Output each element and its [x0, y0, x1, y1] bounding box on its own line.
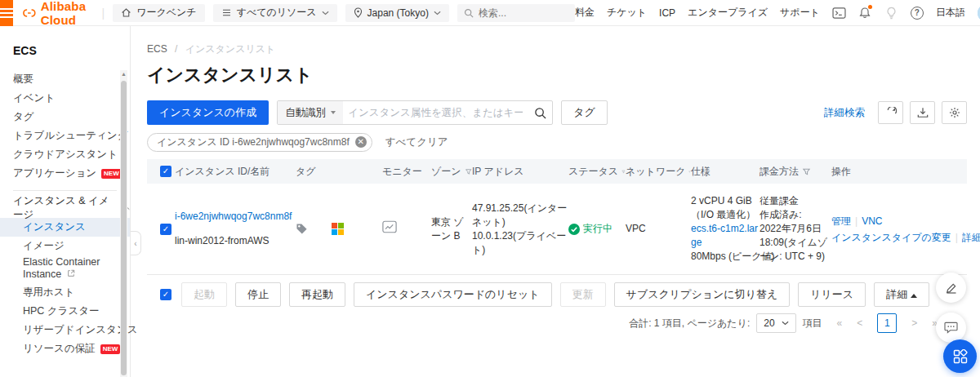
change-instance-type-link[interactable]: インスタンスタイプの変更 [831, 232, 951, 243]
sidebar-item-dedicated-hosts[interactable]: 専用ホスト [0, 283, 130, 302]
sidebar-section-instances-images[interactable]: インスタンス & イメージ [0, 198, 130, 218]
col-header-zone[interactable]: ゾーン [431, 165, 472, 179]
col-header-tag[interactable]: タグ [296, 165, 382, 179]
footer-select-checkbox[interactable] [160, 289, 172, 300]
nav-link-support[interactable]: サポート [780, 6, 820, 20]
col-header-id[interactable]: インスタンス ID/名前 [175, 165, 296, 179]
instance-id-link[interactable]: i-6we2njwhwqog7wc8nm8f [175, 210, 296, 224]
lightbulb-icon[interactable] [884, 6, 898, 20]
workbench-button[interactable]: ワークベンチ [113, 4, 204, 22]
current-page-button[interactable]: 1 [877, 313, 897, 333]
tag-icon[interactable] [296, 223, 308, 235]
sidebar-collapse-handle[interactable]: ‹ [131, 231, 141, 255]
sidebar-item-elastic-container-instance[interactable]: Elastic Container Instance [0, 255, 114, 283]
start-button: 起動 [181, 282, 227, 307]
region-selector[interactable]: Japan (Tokyo) [345, 4, 449, 22]
spec-type-link[interactable]: ecs.t6-c1m2.large [691, 222, 760, 250]
pagination: 合計: 1 項目, ページあたり: 20 項目 « < 1 > » [147, 313, 967, 333]
renew-button: 更新 [560, 282, 606, 307]
col-header-spec[interactable]: 仕様 [691, 165, 760, 179]
hamburger-menu-icon[interactable] [0, 0, 13, 26]
nav-link-enterprise[interactable]: エンタープライズ [688, 6, 768, 20]
sidebar-item-events[interactable]: イベント [0, 89, 130, 108]
feedback-pencil-button[interactable] [936, 273, 966, 303]
create-instance-button[interactable]: インスタンスの作成 [147, 100, 269, 125]
sidebar-item-troubleshooting[interactable]: トラブルシューティング [0, 126, 130, 145]
refresh-button[interactable] [878, 101, 903, 124]
col-header-billing[interactable]: 課金方法 [760, 165, 831, 179]
col-header-status[interactable]: ステータス [568, 165, 626, 179]
more-button[interactable]: 詳細 [874, 282, 929, 307]
vnc-link[interactable]: VNC [862, 215, 882, 227]
apps-launcher-button[interactable] [943, 339, 977, 373]
language-selector[interactable]: 日本語 [936, 6, 965, 20]
toolbar: インスタンスの作成 自動識別 タグ 詳細検索 [147, 100, 967, 125]
instance-search-input[interactable] [343, 107, 528, 118]
workbench-label: ワークベンチ [136, 6, 196, 20]
sidebar-scrollbar[interactable]: ▲ [120, 70, 127, 377]
scrollbar-thumb[interactable] [121, 81, 127, 375]
settings-button[interactable] [942, 101, 967, 124]
stop-button[interactable]: 停止 [235, 282, 281, 307]
sidebar-item-hpc-clusters[interactable]: HPC クラスター [0, 302, 130, 321]
tag-filter-button[interactable]: タグ [561, 100, 608, 125]
sidebar-item-reserved-instances[interactable]: リザーブドインスタンス [0, 321, 130, 339]
col-header-ip[interactable]: IP アドレス [472, 165, 568, 179]
all-resources-dropdown[interactable]: すべてのリソース [213, 4, 337, 22]
release-button[interactable]: リリース [798, 282, 866, 307]
speech-bubble-icon [944, 322, 958, 334]
instance-row: i-6we2njwhwqog7wc8nm8f lin-win2012-fromA… [147, 184, 967, 275]
monitor-chart-icon[interactable] [382, 220, 397, 233]
export-button[interactable] [910, 101, 935, 124]
col-header-monitor[interactable]: モニター [382, 165, 431, 179]
col-header-network[interactable]: ネットワーク [626, 165, 691, 179]
sidebar-item-overview[interactable]: 概要 [0, 70, 130, 89]
row-checkbox[interactable] [160, 224, 172, 235]
next-page-button[interactable]: > [911, 317, 917, 329]
sidebar-item-cloud-assistant[interactable]: クラウドアシスタント [0, 145, 130, 164]
remove-filter-icon[interactable]: ✕ [355, 136, 367, 148]
sidebar-item-images[interactable]: イメージ [0, 237, 130, 255]
advanced-search-link[interactable]: 詳細検索 [824, 106, 865, 120]
network-cell: VPC [626, 222, 691, 236]
global-search[interactable] [457, 4, 575, 22]
page-size-select[interactable]: 20 [756, 313, 795, 333]
alibaba-cloud-logo[interactable]: Alibaba Cloud [23, 0, 94, 27]
sidebar-item-tags[interactable]: タグ [0, 108, 130, 126]
search-icon [534, 107, 546, 119]
alibaba-cloud-logo-icon [23, 7, 36, 20]
nav-link-tickets[interactable]: チケット [607, 6, 647, 20]
monitor-cell [382, 220, 431, 237]
sidebar-divider [13, 190, 117, 191]
prev-page-button[interactable]: < [857, 317, 862, 329]
public-ip: 47.91.25.25(インターネット) [472, 202, 568, 229]
running-status-icon [568, 224, 580, 235]
filter-funnel-icon[interactable] [802, 167, 811, 176]
global-search-input[interactable] [479, 7, 568, 19]
sidebar-item-applications[interactable]: アプリケーション NEW [0, 164, 130, 183]
page-size-unit-label: 項目 [803, 317, 822, 330]
more-actions-link[interactable]: 詳細 [962, 232, 980, 243]
search-submit-button[interactable] [528, 101, 552, 124]
nav-link-pricing[interactable]: 料金 [575, 6, 595, 20]
reset-password-button[interactable]: インスタンスパスワードのリセット [354, 282, 552, 307]
scrollbar-up-arrow-icon[interactable]: ▲ [120, 71, 127, 77]
console-terminal-icon[interactable] [832, 6, 846, 20]
breadcrumb-root[interactable]: ECS [147, 43, 167, 55]
help-icon[interactable]: ? [911, 7, 924, 20]
restart-button[interactable]: 再起動 [289, 282, 345, 307]
manage-link[interactable]: 管理 [831, 215, 851, 227]
tag-os-cell [296, 223, 382, 235]
first-page-button[interactable]: « [837, 317, 843, 329]
nav-link-icp[interactable]: ICP [659, 7, 675, 19]
filter-funnel-icon[interactable] [465, 167, 472, 176]
sidebar-item-resource-assurance[interactable]: リソースの保証 NEW [0, 339, 130, 358]
sidebar-title: ECS [0, 44, 130, 57]
chat-support-button[interactable] [936, 313, 966, 343]
clear-all-filters-link[interactable]: すべてクリア [385, 135, 448, 149]
windows-os-icon [332, 223, 344, 235]
notifications-bell-icon[interactable] [858, 6, 872, 20]
switch-to-subscription-button[interactable]: サブスクリプションに切り替え [614, 282, 791, 307]
search-mode-dropdown[interactable]: 自動識別 [278, 101, 343, 124]
select-all-checkbox[interactable] [160, 166, 172, 177]
